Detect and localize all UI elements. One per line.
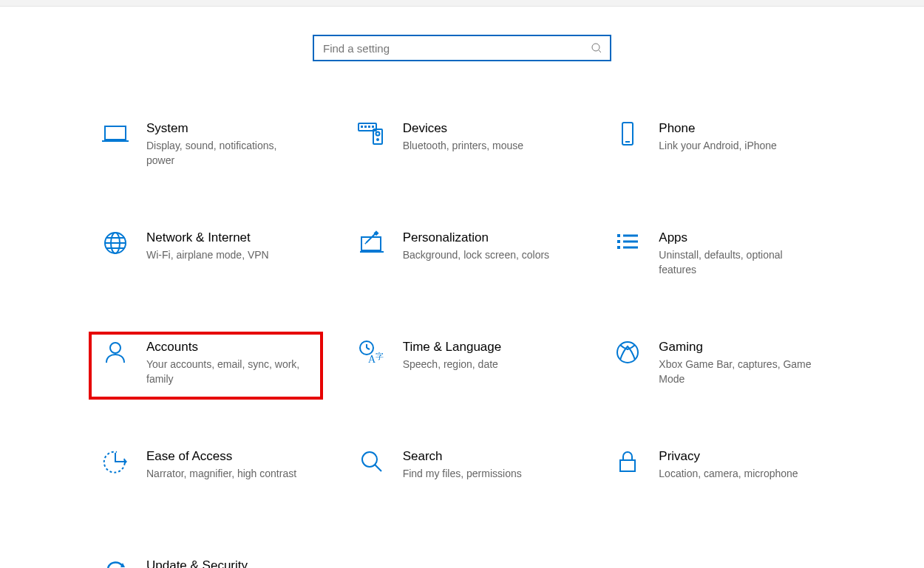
tile-title: Ease of Access: [146, 448, 296, 465]
svg-line-1: [593, 44, 599, 50]
svg-rect-40: [620, 460, 635, 471]
tile-title: Search: [403, 448, 522, 465]
svg-line-2: [599, 50, 602, 53]
search-input[interactable]: [322, 41, 591, 55]
svg-rect-6: [361, 126, 363, 128]
svg-rect-3: [105, 126, 126, 140]
time-language-icon: A 字: [354, 339, 390, 366]
tile-title: Personalization: [403, 230, 549, 246]
tile-time-language[interactable]: A 字 Time & Language Speech, region, date: [345, 332, 580, 400]
accounts-icon: [98, 339, 133, 366]
svg-rect-20: [361, 237, 381, 250]
tile-desc: Speech, region, date: [403, 357, 502, 372]
tile-apps[interactable]: Apps Uninstall, defaults, optional featu…: [601, 222, 835, 290]
update-security-icon: [98, 558, 133, 568]
window-top-bar: [0, 0, 924, 7]
svg-point-11: [376, 132, 379, 136]
tile-desc: Bluetooth, printers, mouse: [403, 138, 523, 153]
svg-rect-9: [372, 126, 374, 128]
tile-title: Phone: [659, 120, 777, 137]
tile-desc: Your accounts, email, sync, work, family: [146, 357, 302, 386]
tile-title: System: [146, 120, 302, 137]
tile-desc: Link your Android, iPhone: [659, 138, 777, 153]
tile-desc: Uninstall, defaults, optional features: [659, 247, 814, 277]
svg-rect-7: [364, 126, 367, 128]
svg-line-33: [367, 348, 370, 349]
tile-network[interactable]: Network & Internet Wi-Fi, airplane mode,…: [89, 222, 323, 290]
system-icon: [98, 120, 133, 147]
svg-rect-24: [617, 234, 620, 237]
tile-title: Privacy: [659, 448, 798, 465]
svg-point-30: [110, 343, 120, 353]
tile-phone[interactable]: Phone Link your Android, iPhone: [601, 113, 835, 181]
settings-grid: System Display, sound, notifications, po…: [89, 113, 835, 568]
phone-icon: [610, 120, 645, 147]
svg-line-39: [375, 465, 381, 471]
apps-icon: [610, 230, 645, 256]
gaming-icon: [610, 339, 645, 366]
devices-icon: [354, 120, 390, 147]
ease-of-access-icon: [98, 448, 133, 475]
svg-point-12: [376, 138, 379, 141]
tile-gaming[interactable]: Gaming Xbox Game Bar, captures, Game Mod…: [601, 332, 835, 400]
tile-devices[interactable]: Devices Bluetooth, printers, mouse: [345, 113, 580, 181]
tile-desc: Wi-Fi, airplane mode, VPN: [146, 247, 269, 262]
tile-desc: Location, camera, microphone: [659, 466, 798, 481]
tile-title: Gaming: [659, 339, 814, 355]
tile-desc: Find my files, permissions: [403, 466, 522, 481]
personalization-icon: [354, 230, 390, 256]
tile-title: Update & Security: [146, 558, 302, 568]
tile-desc: Narrator, magnifier, high contrast: [146, 466, 296, 481]
tile-update-security[interactable]: Update & Security Windows Update, recove…: [89, 550, 323, 568]
search-box[interactable]: [313, 35, 611, 61]
svg-rect-8: [368, 126, 370, 128]
tile-title: Devices: [403, 120, 523, 137]
svg-text:字: 字: [376, 352, 384, 360]
tile-title: Accounts: [146, 339, 302, 355]
tile-privacy[interactable]: Privacy Location, camera, microphone: [601, 441, 835, 509]
tile-title: Network & Internet: [146, 230, 269, 246]
tile-title: Apps: [659, 230, 814, 246]
svg-rect-26: [617, 246, 620, 249]
globe-icon: [98, 230, 133, 256]
svg-marker-37: [124, 459, 127, 465]
search-icon: [591, 42, 602, 54]
tile-desc: Background, lock screen, colors: [403, 247, 549, 262]
tile-title: Time & Language: [403, 339, 502, 355]
tile-search[interactable]: Search Find my files, permissions: [345, 441, 580, 509]
search-category-icon: [354, 448, 390, 475]
privacy-icon: [610, 448, 645, 475]
tile-ease-of-access[interactable]: Ease of Access Narrator, magnifier, high…: [89, 441, 323, 509]
tile-desc: Xbox Game Bar, captures, Game Mode: [659, 357, 814, 386]
tile-accounts[interactable]: Accounts Your accounts, email, sync, wor…: [89, 332, 323, 400]
tile-desc: Display, sound, notifications, power: [146, 138, 302, 168]
tile-system[interactable]: System Display, sound, notifications, po…: [89, 113, 323, 181]
tile-personalization[interactable]: Personalization Background, lock screen,…: [345, 222, 580, 290]
svg-rect-25: [617, 240, 620, 243]
